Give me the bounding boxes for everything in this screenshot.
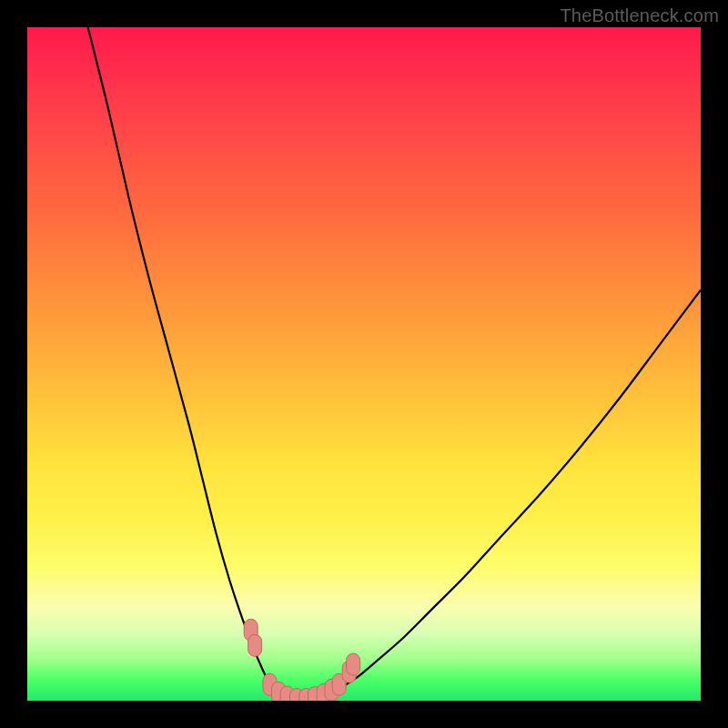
marker-point (347, 653, 360, 675)
frame: TheBottleneck.com (0, 0, 728, 728)
data-markers (27, 27, 701, 701)
watermark-text: TheBottleneck.com (560, 5, 719, 26)
marker-point (248, 634, 262, 656)
plot-area (27, 27, 701, 701)
